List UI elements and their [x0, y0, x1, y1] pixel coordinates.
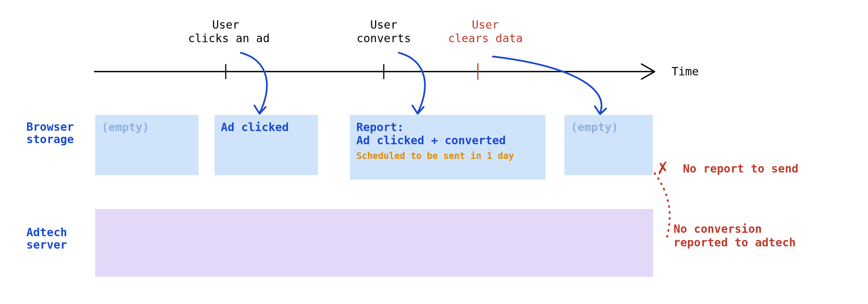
row-label-browser-storage: Browser storage: [26, 121, 74, 145]
event-label-clears: User clears data: [442, 18, 529, 45]
axis-label-time: Time: [672, 65, 699, 78]
note-no-conversion: No conversion reported to adtech: [673, 222, 796, 249]
event-label-clicks: User clicks an ad: [188, 18, 263, 45]
storage-box-3-body: Ad clicked + converted: [356, 134, 539, 147]
storage-box-2-text: Ad clicked: [221, 121, 289, 134]
diagram-root: User clicks an ad User converts User cle…: [0, 0, 868, 304]
note-no-report: No report to send: [683, 162, 798, 176]
storage-box-2: Ad clicked: [214, 115, 318, 175]
event-label-converts: User converts: [350, 18, 418, 45]
storage-box-1: (empty): [95, 115, 199, 175]
storage-box-4: (empty): [564, 115, 653, 175]
storage-box-4-text: (empty): [571, 121, 618, 134]
storage-box-3: Report: Ad clicked + converted Scheduled…: [350, 115, 546, 180]
storage-box-3-title: Report:: [356, 121, 539, 134]
storage-box-3-note: Scheduled to be sent in 1 day: [356, 151, 539, 161]
row-label-adtech-server: Adtech server: [26, 226, 67, 251]
storage-box-1-text: (empty): [102, 121, 149, 134]
adtech-server-box: [95, 209, 653, 277]
